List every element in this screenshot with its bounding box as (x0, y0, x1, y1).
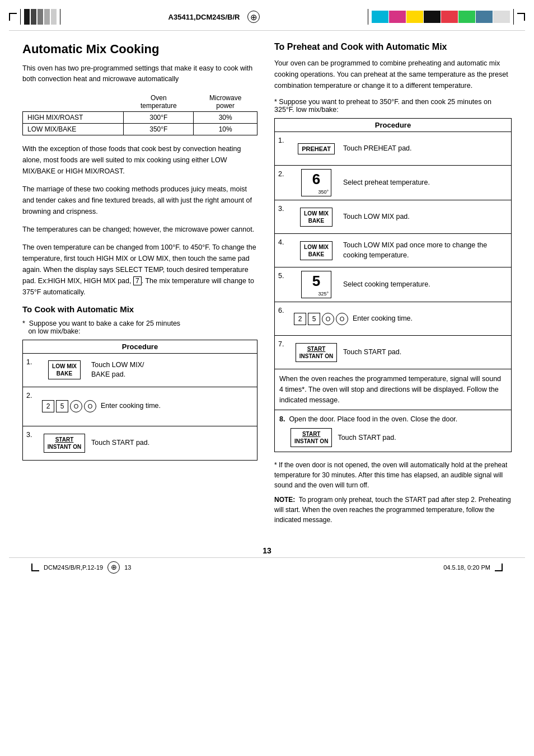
num-5: 5 (56, 400, 68, 412)
right-column: To Preheat and Cook with Automatic Mix Y… (274, 42, 512, 529)
page-footer: DCM24S/B/R,P.12-19 ⊕ 13 04.5.18, 0:20 PM (9, 557, 525, 577)
r-num-5: 5 (308, 313, 320, 325)
low-mix-bake-btn-1: LOW MIXBAKE (48, 360, 81, 379)
crosshair-bl: ⊕ (107, 561, 120, 574)
r-step-desc-4: Touch LOW MIX pad once more to change th… (343, 241, 508, 260)
r-step-num-5: 5. (278, 271, 289, 280)
step-icon-3: STARTINSTANT ON (42, 434, 87, 453)
start-instant-btn-r7: STARTINSTANT ON (296, 343, 337, 362)
r-step-desc-5: Select cooking temperature. (343, 280, 508, 290)
page-number: 13 (0, 541, 534, 557)
left-procedure-header: Procedure (23, 340, 257, 354)
corner-mark-tr (517, 13, 525, 21)
right-step-1: 1. PREHEAT Touch PREHEAT pad. (275, 132, 511, 166)
start-instant-btn-r8: STARTINSTANT ON (291, 428, 332, 447)
swatch-black (424, 11, 441, 23)
right-sub-note: * Suppose you want to preheat to 350°F. … (274, 98, 512, 114)
col-empty (23, 92, 124, 112)
num-2: 2 (42, 400, 54, 412)
footer-right: 04.5.18, 0:20 PM (443, 564, 490, 571)
right-step-5: 5. 5 325° Select cooking temperature. (275, 267, 511, 302)
start-instant-btn-left: STARTINSTANT ON (44, 434, 85, 453)
swatch-magenta (389, 11, 406, 23)
bar-1 (24, 9, 30, 25)
mix-table: Oventemperature Microwavepower HIGH MIX/… (22, 92, 257, 135)
r-step-desc-1: Touch PREHEAT pad. (343, 144, 508, 154)
doc-id: A35411,DCM24S/B/R (168, 13, 240, 21)
r-step-num-4: 4. (278, 237, 289, 246)
r-step-icon-2: 6 350° (294, 169, 339, 196)
header-right (367, 9, 525, 25)
step-8-desc: Touch START pad. (338, 434, 396, 442)
right-step-4: 4. LOW MIXBAKE Touch LOW MIX pad once mo… (275, 234, 511, 267)
low-mix-bake-btn-r4: LOW MIXBAKE (300, 241, 332, 260)
step-8-text: 8. Open the door. Place food in the oven… (279, 415, 507, 425)
left-step-3: 3. STARTINSTANT ON Touch START pad. (23, 426, 257, 460)
left-step-2: 2. 2 5 O O Enter cooking time. (23, 387, 257, 426)
r-step-num-3: 3. (278, 204, 289, 213)
main-content: Automatic Mix Cooking This oven has two … (0, 31, 534, 541)
gray-bars (24, 8, 57, 25)
left-column: Automatic Mix Cooking This oven has two … (22, 42, 257, 529)
footer-center: 13 (124, 564, 131, 571)
table-row-low: LOW MIX/BAKE 350°F 10% (23, 123, 257, 135)
right-step-2: 2. 6 350° Select preheat temperature. (275, 166, 511, 200)
swatch-blue (476, 11, 493, 23)
corner-mark-bl (31, 564, 39, 571)
large-num-6: 6 350° (301, 169, 331, 196)
bar-4 (44, 9, 50, 25)
r-step-desc-2: Select preheat temperature. (343, 178, 508, 188)
row-power-low: 10% (194, 123, 257, 135)
vert-divider-2 (60, 9, 60, 25)
row-label-low: LOW MIX/BAKE (23, 123, 124, 135)
bar-3 (38, 9, 43, 25)
crosshair-center: ⊕ (247, 11, 260, 23)
r-step-num-6: 6. (278, 306, 289, 314)
note-text: NOTE: To program only preheat, touch the… (274, 495, 512, 525)
body-text-1: With the exception of those foods that c… (22, 143, 257, 177)
header-center-area: A35411,DCM24S/B/R ⊕ (168, 11, 260, 23)
step-num-3: 3. (26, 430, 38, 439)
bar-2 (31, 9, 36, 25)
right-heading: To Preheat and Cook with Automatic Mix (274, 42, 512, 52)
footer-right-area: 04.5.18, 0:20 PM (443, 564, 503, 571)
col-oven: Oventemperature (124, 92, 194, 112)
step-desc-3: Touch START pad. (91, 438, 254, 448)
swatch-green (458, 11, 475, 23)
step-icon-2: 2 5 O O (42, 400, 96, 412)
row-label-high: HIGH MIX/ROAST (23, 111, 124, 123)
header-left (9, 8, 62, 25)
r-num-2: 2 (294, 313, 306, 325)
cook-sub-note: * Suppose you want to bake a cake for 25… (22, 320, 257, 335)
right-procedure-header: Procedure (275, 119, 511, 132)
step-8-row: STARTINSTANT ON Touch START pad. (291, 428, 507, 447)
preheat-btn: PREHEAT (298, 143, 335, 154)
page-title: Automatic Mix Cooking (22, 42, 257, 57)
r-step-num-1: 1. (278, 135, 289, 144)
footer-left-area: DCM24S/B/R,P.12-19 ⊕ 13 (31, 561, 131, 574)
right-step-3: 3. LOW MIXBAKE Touch LOW MIX pad. (275, 200, 511, 234)
step-num-1: 1. (26, 357, 38, 366)
row-temp-high: 300°F (124, 111, 194, 123)
left-procedure-box: Procedure 1. LOW MIXBAKE Touch LOW MIX/B… (22, 340, 257, 461)
table-header-row: Oventemperature Microwavepower (23, 92, 257, 112)
r-step-icon-1: PREHEAT (294, 143, 339, 154)
page-header: A35411,DCM24S/B/R ⊕ (0, 0, 534, 30)
r-step-icon-7: STARTINSTANT ON (294, 343, 339, 362)
num-o1: O (70, 400, 82, 412)
row-temp-low: 350°F (124, 123, 194, 135)
swatch-cyan (372, 11, 388, 23)
right-intro: Your oven can be programmed to combine p… (274, 58, 512, 91)
programmed-note-row: When the oven reaches the programmed tem… (275, 369, 511, 410)
note-label: NOTE: (274, 496, 295, 504)
step-8-area: 8. Open the door. Place food in the oven… (275, 410, 511, 452)
swatch-ltgray (493, 11, 510, 23)
programmed-note: When the oven reaches the programmed tem… (279, 374, 507, 405)
right-step-6: 6. 2 5 O O Enter cooking time. (275, 302, 511, 336)
vert-divider-3 (368, 9, 368, 25)
num-o2: O (84, 400, 96, 412)
r-step-desc-3: Touch LOW MIX pad. (343, 212, 508, 222)
numpad-r6: 2 5 O O (294, 313, 348, 325)
low-mix-bake-btn-r3: LOW MIXBAKE (300, 208, 332, 227)
large-num-5: 5 325° (301, 271, 331, 298)
